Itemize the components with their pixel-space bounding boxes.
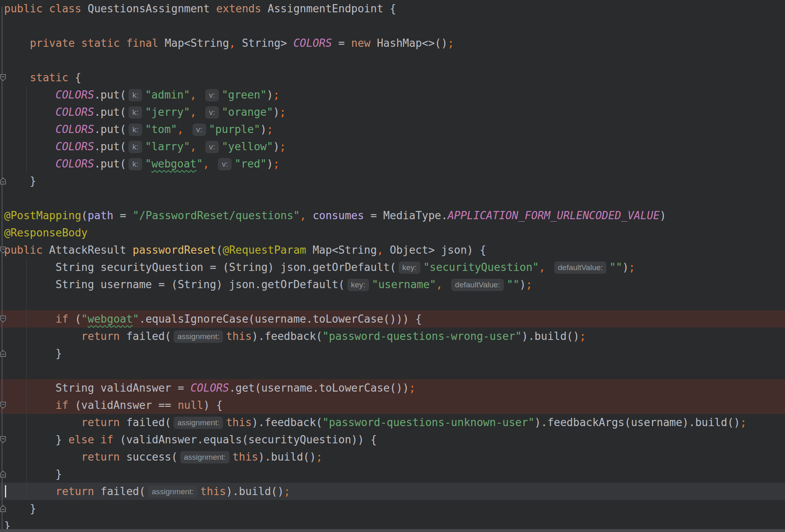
code-token: QuestionsAssignment (88, 2, 216, 15)
code-token (4, 330, 81, 342)
code-token: else (69, 433, 94, 446)
code-token: if (55, 313, 68, 325)
code-token (4, 106, 55, 118)
code-token: ) (260, 123, 267, 135)
code-token: ; (409, 382, 415, 394)
code-token: Map<String (306, 244, 377, 256)
code-line: COLORS.put(k:"larry", v:"yellow"); (0, 138, 785, 155)
code-token: passwordReset (133, 244, 216, 256)
code-token: ).feedbackArgs(username).build() (535, 416, 740, 429)
code-token: ) (266, 158, 273, 170)
fold-end-icon[interactable] (0, 505, 6, 512)
code-token: public (4, 2, 49, 15)
fold-line (2, 7, 2, 530)
code-line: } (0, 466, 785, 483)
code-token: .get(username.toLowerCase()) (229, 382, 409, 394)
fold-end-icon[interactable] (0, 350, 6, 357)
code-token: COLORS (293, 37, 332, 49)
inline-parameter-hint: defaultValue: (554, 261, 607, 274)
code-token (4, 140, 55, 153)
code-token (196, 89, 203, 101)
fold-collapse-icon[interactable] (0, 74, 6, 81)
inline-parameter-hint: k: (129, 158, 142, 170)
code-line: return failed(assignment:this).feedback(… (0, 328, 785, 345)
code-line (0, 190, 785, 207)
code-token: "/PasswordReset/questions" (133, 209, 300, 222)
code-token: failed( (120, 416, 171, 429)
code-token: "password-questions-unknown-user" (322, 416, 535, 429)
fold-collapse-icon[interactable] (0, 315, 6, 323)
code-line (0, 362, 785, 379)
code-line: COLORS.put(k:"tom", v:"purple"); (0, 121, 785, 138)
code-token: , (190, 106, 197, 118)
code-token (443, 278, 449, 291)
code-token: failed( (120, 330, 171, 342)
code-token: HashMap<>() (370, 37, 448, 49)
caret (5, 485, 6, 498)
code-token: } (4, 175, 36, 187)
code-token: .put( (94, 140, 126, 153)
code-token: "jerry" (145, 106, 190, 118)
inline-parameter-hint: v: (205, 106, 219, 119)
code-token: "username" (372, 278, 436, 291)
code-token (4, 158, 55, 170)
code-line: COLORS.put(k:"webgoat", v:"red"); (0, 155, 785, 172)
code-token: .put( (94, 123, 126, 135)
code-line: return failed(assignment:this).build(); (0, 483, 785, 500)
code-token: , (436, 278, 443, 291)
code-token: ).build() (258, 451, 316, 463)
code-token: "securityQuestion" (423, 261, 539, 273)
code-token: if (101, 433, 113, 446)
fold-collapse-icon[interactable] (0, 436, 6, 443)
fold-collapse-icon[interactable] (0, 246, 6, 254)
code-line: if (validAnswer == null) { (0, 397, 785, 414)
code-line (0, 293, 785, 310)
code-token: this (232, 451, 258, 463)
code-token: "tom" (145, 123, 177, 135)
code-token: "green" (222, 89, 267, 101)
code-line: return failed(assignment:this).feedback(… (0, 414, 785, 431)
code-token: .put( (94, 89, 126, 101)
code-token: COLORS (55, 123, 94, 135)
code-token: this (226, 416, 252, 429)
code-token: (validAnswer.equals(securityQuestion)) { (113, 433, 377, 446)
code-token: ) (273, 106, 280, 118)
code-token: " (81, 313, 88, 325)
code-token: consumes (312, 209, 364, 222)
code-token: return (55, 485, 94, 498)
code-token: this (226, 330, 252, 342)
code-token: ( (81, 209, 88, 222)
inline-parameter-hint: k: (129, 124, 142, 136)
code-line (0, 52, 785, 69)
code-token: COLORS (55, 106, 94, 118)
code-token: " (196, 158, 203, 170)
inline-parameter-hint: assignment: (174, 330, 223, 343)
code-token: , (539, 261, 545, 273)
code-line: public AttackResult passwordReset(@Reque… (0, 241, 785, 259)
code-token: , (177, 123, 184, 135)
fold-collapse-icon[interactable] (0, 401, 6, 409)
code-token: failed( (94, 485, 145, 498)
code-token (4, 399, 55, 411)
fold-end-icon[interactable] (0, 177, 6, 185)
code-token: "admin" (145, 89, 190, 101)
code-line: static { (0, 69, 785, 86)
code-token: return (81, 330, 120, 342)
code-token: { (75, 71, 81, 84)
indent-guide (26, 86, 27, 172)
code-token: ).build() (226, 485, 284, 498)
code-token: , (377, 244, 383, 256)
inline-parameter-hint: v: (205, 141, 219, 153)
code-token: ; (273, 158, 280, 170)
code-token (196, 106, 203, 118)
code-line: COLORS.put(k:"admin", v:"green"); (0, 86, 785, 103)
fold-end-icon[interactable] (0, 470, 6, 478)
code-token: "larry" (145, 140, 190, 153)
inline-parameter-hint: key: (347, 279, 369, 291)
code-editor[interactable]: public class QuestionsAssignment extends… (0, 0, 785, 532)
code-token: COLORS (55, 89, 94, 101)
code-token: , (190, 140, 197, 153)
code-token: @RequestParam (223, 244, 306, 256)
code-token: .put( (94, 158, 126, 170)
code-token: ) (273, 140, 280, 153)
